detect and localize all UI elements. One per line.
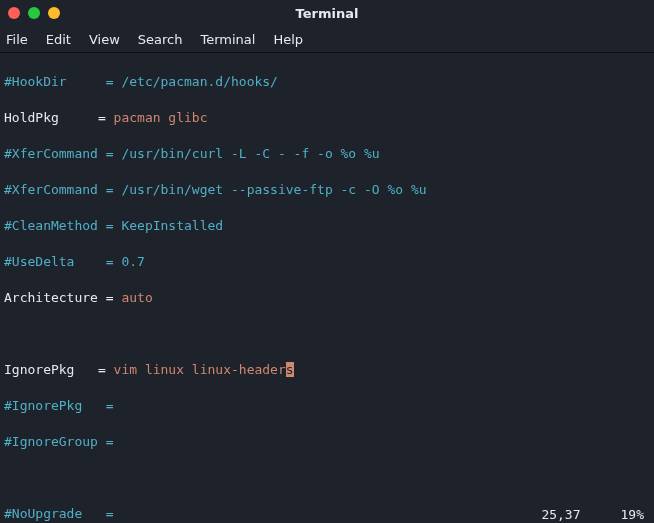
comment-text: #HookDir = /etc/pacman.d/hooks/ bbox=[4, 74, 278, 89]
config-value: auto bbox=[121, 290, 152, 305]
comment-text: #XferCommand = /usr/bin/curl -L -C - -f … bbox=[4, 146, 380, 161]
code-line: #IgnorePkg = bbox=[4, 397, 650, 415]
code-line: #XferCommand = /usr/bin/curl -L -C - -f … bbox=[4, 145, 650, 163]
menu-edit[interactable]: Edit bbox=[46, 32, 71, 47]
menu-help[interactable]: Help bbox=[273, 32, 303, 47]
maximize-icon[interactable] bbox=[48, 7, 60, 19]
config-value: pacman glibc bbox=[114, 110, 208, 125]
comment-text: #UseDelta = 0.7 bbox=[4, 254, 145, 269]
cursor: s bbox=[286, 362, 294, 377]
config-key: Architecture = bbox=[4, 290, 121, 305]
config-key: HoldPkg = bbox=[4, 110, 114, 125]
code-line: HoldPkg = pacman glibc bbox=[4, 109, 650, 127]
comment-text: #IgnorePkg = bbox=[4, 398, 114, 413]
menu-terminal[interactable]: Terminal bbox=[200, 32, 255, 47]
code-line: IgnorePkg = vim linux linux-headers bbox=[4, 361, 650, 379]
comment-text: #CleanMethod = KeepInstalled bbox=[4, 218, 223, 233]
close-icon[interactable] bbox=[8, 7, 20, 19]
minimize-icon[interactable] bbox=[28, 7, 40, 19]
menu-view[interactable]: View bbox=[89, 32, 120, 47]
traffic-lights bbox=[8, 7, 60, 19]
blank-line bbox=[4, 469, 650, 487]
config-key: IgnorePkg = bbox=[4, 362, 114, 377]
code-line: #XferCommand = /usr/bin/wget --passive-f… bbox=[4, 181, 650, 199]
code-line: Architecture = auto bbox=[4, 289, 650, 307]
code-line: #CleanMethod = KeepInstalled bbox=[4, 217, 650, 235]
menu-file[interactable]: File bbox=[6, 32, 28, 47]
code-line: #UseDelta = 0.7 bbox=[4, 253, 650, 271]
blank-line bbox=[4, 325, 650, 343]
cursor-position: 25,37 bbox=[541, 507, 580, 522]
menubar: File Edit View Search Terminal Help bbox=[0, 26, 654, 53]
config-value: vim linux linux-header bbox=[114, 362, 286, 377]
code-line: #HookDir = /etc/pacman.d/hooks/ bbox=[4, 73, 650, 91]
scroll-percent: 19% bbox=[621, 507, 644, 522]
code-line: #IgnoreGroup = bbox=[4, 433, 650, 451]
titlebar: Terminal bbox=[0, 0, 654, 26]
menu-search[interactable]: Search bbox=[138, 32, 183, 47]
statusbar: 25,37 19% bbox=[0, 505, 654, 523]
editor-area[interactable]: #HookDir = /etc/pacman.d/hooks/ HoldPkg … bbox=[0, 53, 654, 523]
comment-text: #XferCommand = /usr/bin/wget --passive-f… bbox=[4, 182, 427, 197]
comment-text: #IgnoreGroup = bbox=[4, 434, 114, 449]
window-title: Terminal bbox=[0, 6, 654, 21]
